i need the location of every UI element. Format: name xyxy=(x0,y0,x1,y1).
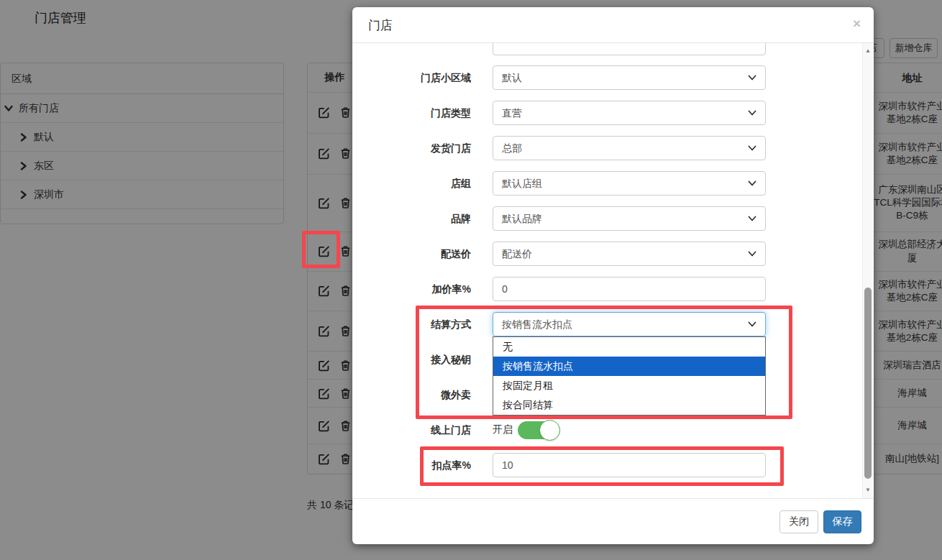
field-row-ship-store: 发货门店 总部 xyxy=(352,136,862,160)
dropdown-option[interactable]: 无 xyxy=(493,337,765,357)
sub-area-select[interactable]: 默认 xyxy=(493,65,766,90)
settlement-select[interactable]: 按销售流水扣点 xyxy=(493,312,766,336)
field-label: 扣点率% xyxy=(367,453,471,477)
modal-footer: 关闭 保存 xyxy=(352,498,874,544)
delivery-price-select[interactable]: 配送价 xyxy=(493,242,766,266)
online-store-toggle-wrap: 开启 xyxy=(493,418,558,442)
store-edit-modal: 门店 × 门店小区域 默认 门店类型 直营 发货门店 总部 xyxy=(352,7,874,544)
select-value: 默认品牌 xyxy=(502,207,542,230)
chevron-down-icon xyxy=(748,110,756,116)
modal-body: 门店小区域 默认 门店类型 直营 发货门店 总部 店组 默认店组 xyxy=(352,43,862,498)
brand-select[interactable]: 默认品牌 xyxy=(493,206,766,231)
chevron-down-icon xyxy=(748,145,756,151)
field-label: 门店小区域 xyxy=(367,65,471,90)
field-row-markup-rate: 加价率% xyxy=(352,277,862,301)
field-label: 品牌 xyxy=(367,206,471,231)
chevron-down-icon xyxy=(748,321,756,327)
modal-header: 门店 × xyxy=(352,7,874,43)
modal-title: 门店 xyxy=(368,17,393,34)
select-value: 直营 xyxy=(502,101,522,124)
field-row-settlement: 结算方式 按销售流水扣点 xyxy=(352,312,862,336)
field-row-delivery-price: 配送价 配送价 xyxy=(352,242,862,266)
select-value: 默认 xyxy=(502,66,522,89)
scroll-up-arrow[interactable]: ▲ xyxy=(863,46,873,56)
field-row-store-type: 门店类型 直营 xyxy=(352,101,862,125)
dropdown-option-selected[interactable]: 按销售流水扣点 xyxy=(493,357,765,376)
store-group-select[interactable]: 默认店组 xyxy=(493,171,766,196)
clipped-input[interactable] xyxy=(493,43,766,55)
scroll-down-arrow[interactable]: ▼ xyxy=(863,485,873,495)
select-value: 总部 xyxy=(502,137,522,160)
toggle-state-label: 开启 xyxy=(493,423,513,436)
field-label: 结算方式 xyxy=(367,312,471,336)
scrollbar-thumb[interactable] xyxy=(864,288,872,479)
settlement-dropdown-list: 无 按销售流水扣点 按固定月租 按合同结算 xyxy=(493,336,766,416)
field-label: 门店类型 xyxy=(367,101,471,125)
modal-scrollbar: ▲ ▼ xyxy=(862,43,873,498)
field-row-online-store: 线上门店 xyxy=(352,418,862,442)
close-button[interactable]: 关闭 xyxy=(779,510,818,533)
deduction-rate-input[interactable] xyxy=(493,453,766,477)
field-label: 接入秘钥 xyxy=(367,347,471,372)
field-label: 加价率% xyxy=(367,277,471,301)
toggle-knob xyxy=(539,420,560,441)
chevron-down-icon xyxy=(748,251,756,257)
field-row-brand: 品牌 默认品牌 xyxy=(352,206,862,231)
dropdown-option[interactable]: 按合同结算 xyxy=(493,395,765,415)
chevron-down-icon xyxy=(748,216,756,221)
field-row-deduction-rate: 扣点率% xyxy=(352,453,862,477)
select-value: 配送价 xyxy=(502,242,532,265)
field-label: 发货门店 xyxy=(367,136,471,160)
field-label: 配送价 xyxy=(367,242,471,266)
field-label: 微外卖 xyxy=(367,382,471,407)
markup-rate-input[interactable] xyxy=(493,277,766,301)
close-icon[interactable]: × xyxy=(853,17,861,30)
ship-store-select[interactable]: 总部 xyxy=(493,136,766,160)
chevron-down-icon xyxy=(748,180,756,186)
save-button[interactable]: 保存 xyxy=(823,510,861,533)
field-label: 线上门店 xyxy=(367,418,471,442)
field-row-store-group: 店组 默认店组 xyxy=(352,171,862,196)
select-value: 按销售流水扣点 xyxy=(502,313,572,336)
select-value: 默认店组 xyxy=(502,172,542,195)
clipped-field-row xyxy=(352,43,862,55)
chevron-down-icon xyxy=(748,75,756,81)
field-label: 店组 xyxy=(367,171,471,196)
store-type-select[interactable]: 直营 xyxy=(493,101,766,125)
online-store-toggle[interactable] xyxy=(518,421,558,439)
dropdown-option[interactable]: 按固定月租 xyxy=(493,376,765,395)
field-row-sub-area: 门店小区域 默认 xyxy=(352,65,862,90)
